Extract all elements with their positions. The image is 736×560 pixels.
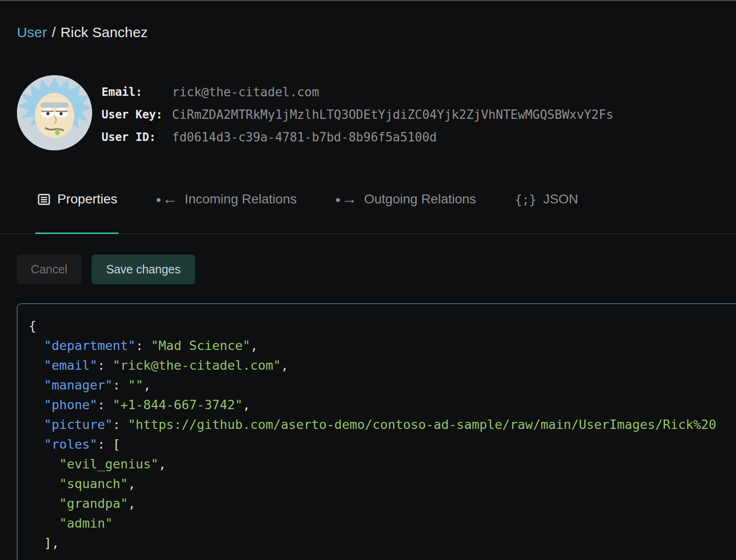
- save-changes-button[interactable]: Save changes: [92, 255, 195, 284]
- properties-icon: [38, 193, 50, 206]
- code-line: "picture": "https://github.com/aserto-de…: [29, 415, 736, 435]
- tab-label: Properties: [57, 192, 117, 207]
- incoming-relations-icon: ●←: [156, 193, 178, 206]
- profile-field-value: CiRmZDA2MTRkMy1jMzlhLTQ3ODEtYjdiZC04Yjk2…: [172, 108, 613, 122]
- breadcrumb-separator: /: [52, 24, 56, 40]
- profile-field-row: User Key:CiRmZDA2MTRkMy1jMzlhLTQ3ODEtYjd…: [102, 103, 613, 126]
- tab-label: Outgoing Relations: [364, 192, 476, 207]
- tab-properties[interactable]: Properties: [38, 192, 117, 207]
- code-line: "roles": [: [29, 435, 736, 454]
- code-line: "manager": "",: [29, 375, 736, 395]
- action-buttons: Cancel Save changes: [17, 255, 736, 284]
- tab-label: JSON: [543, 192, 579, 207]
- profile-field-row: User ID:fd0614d3-c39a-4781-b7bd-8b96f5a5…: [102, 126, 613, 148]
- profile-field-row: Email:rick@the-citadel.com: [102, 81, 613, 103]
- profile-fields: Email:rick@the-citadel.comUser Key:CiRmZ…: [102, 81, 613, 148]
- code-line: "department": "Mad Science",: [29, 336, 736, 356]
- relation-dot: ●: [335, 195, 340, 204]
- cancel-button[interactable]: Cancel: [17, 255, 81, 284]
- tab-outgoing-relations[interactable]: ●→Outgoing Relations: [335, 192, 476, 207]
- outgoing-relations-icon: ●→: [335, 193, 357, 206]
- code-line: "grandpa",: [29, 494, 736, 513]
- profile-field-value: rick@the-citadel.com: [172, 85, 319, 99]
- code-line: "admin": [29, 513, 736, 533]
- code-line: "phone": "+1-844-667-3742",: [29, 395, 736, 415]
- tab-incoming-relations[interactable]: ●←Incoming Relations: [156, 192, 297, 207]
- tab-label: Incoming Relations: [185, 192, 297, 207]
- code-line: ],: [29, 533, 736, 553]
- code-line: "evil_genius",: [29, 454, 736, 474]
- breadcrumb-user-link[interactable]: User: [17, 24, 47, 40]
- editor-code: { "department": "Mad Science", "email": …: [17, 304, 736, 553]
- tab-bar: Properties●←Incoming Relations●→Outgoing…: [0, 192, 736, 234]
- properties-json-editor[interactable]: { "department": "Mad Science", "email": …: [17, 303, 736, 560]
- code-line: "email": "rick@the-citadel.com",: [29, 356, 736, 375]
- profile-field-label: User Key:: [102, 108, 172, 121]
- user-detail-page: User/Rick Sanchez: [0, 1, 736, 560]
- breadcrumb-current-user: Rick Sanchez: [61, 24, 148, 40]
- profile-field-label: Email:: [102, 86, 172, 99]
- right-arrow: →: [342, 191, 357, 206]
- code-line: "squanch",: [29, 474, 736, 494]
- profile-header: Email:rick@the-citadel.comUser Key:CiRmZ…: [17, 75, 736, 150]
- breadcrumb: User/Rick Sanchez: [0, 1, 736, 40]
- avatar: [17, 75, 92, 150]
- relation-dot: ●: [156, 195, 161, 204]
- profile-field-label: User ID:: [102, 131, 172, 144]
- profile-field-value: fd0614d3-c39a-4781-b7bd-8b96f5a5100d: [172, 130, 437, 144]
- left-arrow: ←: [162, 191, 178, 206]
- tab-json[interactable]: {;}JSON: [515, 192, 578, 207]
- code-line: {: [29, 316, 736, 336]
- json-icon: {;}: [515, 192, 536, 207]
